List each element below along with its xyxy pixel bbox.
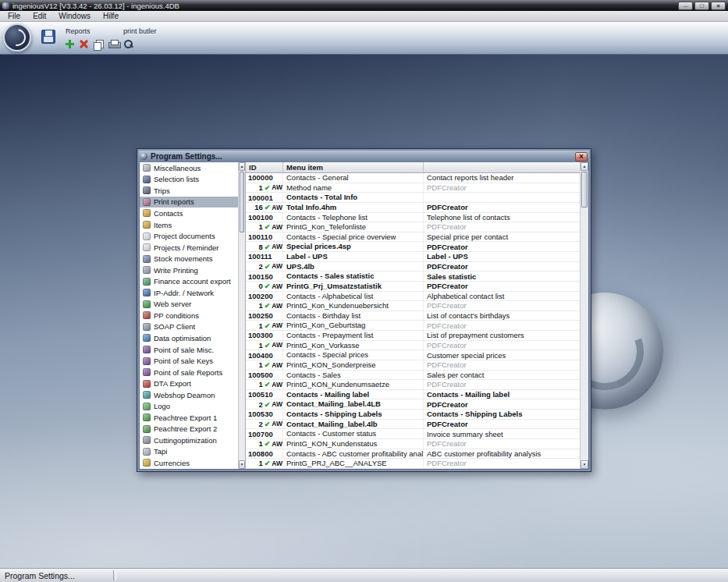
sidebar-item[interactable]: Peachtree Export 1 bbox=[140, 412, 238, 424]
table-row[interactable]: 1 AW Method name PDFCreator bbox=[246, 183, 580, 193]
image-icon bbox=[143, 403, 151, 410]
table-row[interactable]: 100510 Contacts - Mailing label Contacts… bbox=[246, 390, 580, 400]
table-row[interactable]: 100530 Contacts - Shipping Labels Contac… bbox=[246, 410, 580, 420]
scrollbar-track[interactable] bbox=[239, 171, 245, 460]
menu-item[interactable]: Edit bbox=[27, 11, 52, 21]
sidebar-item[interactable]: DTA Export bbox=[140, 378, 238, 389]
sidebar-item[interactable]: Miscellaneous bbox=[140, 162, 238, 174]
scroll-up-icon[interactable] bbox=[239, 162, 245, 171]
table-row[interactable]: 100200 Contacts - Alphabetical list Alph… bbox=[246, 292, 580, 302]
table-scrollbar[interactable] bbox=[580, 162, 588, 469]
document-icon bbox=[143, 232, 151, 240]
table-row[interactable]: 100500 Contacts - Sales Sales per contac… bbox=[246, 371, 580, 381]
table-row[interactable]: 100110 Contacts - Special price overview… bbox=[246, 232, 580, 243]
table-row[interactable]: 2 AW Contact_Mailing_label.4LB PDFCreato… bbox=[246, 399, 580, 410]
table-row[interactable]: 1 AW PrintG_Kon_Geburtstag PDFCreator bbox=[246, 321, 580, 331]
cell-id: 0 AW bbox=[246, 282, 283, 291]
table-row[interactable]: 100700 Contacts - Customer status Invoic… bbox=[246, 429, 580, 439]
sidebar-scrollbar[interactable] bbox=[238, 162, 245, 469]
close-button[interactable] bbox=[711, 2, 726, 10]
scroll-down-icon[interactable] bbox=[581, 460, 588, 469]
sidebar-item[interactable]: PP conditions bbox=[140, 310, 238, 321]
sidebar-item[interactable]: Items bbox=[140, 219, 238, 231]
scrollbar-track[interactable] bbox=[581, 171, 588, 460]
sidebar-item[interactable]: Webshop Deamon bbox=[140, 389, 238, 401]
menu-item[interactable]: File bbox=[2, 11, 27, 21]
table-row[interactable]: 2 AW Contact_Mailing_label.4lb PDFCreato… bbox=[246, 420, 580, 430]
check-icon bbox=[265, 183, 271, 192]
aw-flag: AW bbox=[272, 204, 282, 211]
sidebar-item[interactable]: Cuttingoptimization bbox=[140, 435, 238, 446]
sidebar-item[interactable]: SOAP Client bbox=[140, 321, 238, 333]
sidebar-item[interactable]: Project documents bbox=[140, 230, 238, 242]
copy-icon[interactable] bbox=[94, 40, 103, 49]
cell-id: 2 AW bbox=[246, 399, 283, 409]
table-row[interactable]: 100000 Contacts - General Contact report… bbox=[246, 173, 580, 183]
sidebar-item[interactable]: Tapi bbox=[140, 446, 238, 458]
delete-icon[interactable] bbox=[80, 40, 88, 48]
table-row[interactable]: 100100 Contacts - Telephone list Telepho… bbox=[246, 213, 580, 223]
header-description[interactable] bbox=[424, 162, 580, 172]
sidebar-item[interactable]: Point of sale Keys bbox=[140, 355, 238, 367]
sidebar-item[interactable]: Logo bbox=[140, 400, 238, 412]
table-row[interactable]: 1 AW PrintG_Kon_Kundenuebersicht PDFCrea… bbox=[246, 301, 580, 311]
table-row[interactable]: 0 AW PrintG_Prj_Umsatzstatistik PDFCreat… bbox=[246, 282, 580, 292]
print-icon[interactable] bbox=[108, 40, 119, 49]
header-menu-item[interactable]: Menu item bbox=[283, 162, 424, 172]
settings-sidebar: Miscellaneous Selection lists Trips Prin… bbox=[140, 162, 246, 469]
sidebar-item[interactable]: Currencies bbox=[140, 457, 238, 469]
table-row[interactable]: 1 AW PrintG_PRJ_ABC__ANALYSE PDFCreator bbox=[246, 459, 580, 469]
minimize-button[interactable] bbox=[678, 2, 693, 10]
sidebar-item[interactable]: Stock movements bbox=[140, 253, 238, 264]
sidebar-item[interactable]: Trips bbox=[140, 185, 238, 197]
table-row[interactable]: 100111 Label - UPS Label - UPS bbox=[246, 252, 580, 262]
scrollbar-thumb[interactable] bbox=[581, 172, 588, 208]
table-row[interactable]: 100800 Contacts - ABC customer profitabi… bbox=[246, 449, 580, 460]
sidebar-item[interactable]: Point of sale Misc. bbox=[140, 344, 238, 356]
sidebar-item[interactable]: Contacts bbox=[140, 208, 238, 219]
dialog-titlebar[interactable]: Program Settings... bbox=[139, 151, 589, 162]
dialog-close-button[interactable] bbox=[575, 152, 588, 161]
table-row[interactable]: 1 AW PrintG_KON_Sonderpreise PDFCreator bbox=[246, 360, 580, 371]
table-row[interactable]: 16 AW Total Info.4hm PDFCreator bbox=[246, 203, 580, 213]
table-row[interactable]: 100400 Contacts - Special prices Custome… bbox=[246, 350, 580, 360]
header-id[interactable]: ID bbox=[246, 162, 283, 172]
cell-id: 1 AW bbox=[246, 439, 283, 449]
menu-item[interactable]: Windows bbox=[52, 11, 97, 21]
sidebar-item[interactable]: IP-Addr. / Network bbox=[140, 287, 238, 299]
sidebar-item[interactable]: Data optimisation bbox=[140, 332, 238, 344]
sidebar-item[interactable]: Print reports bbox=[140, 197, 238, 208]
table-row[interactable]: 100150 Contacts - Sales statistic Sales … bbox=[246, 271, 580, 282]
table-row[interactable]: 1 AW PrintG_Kon_Telefonliste PDFCreator bbox=[246, 222, 580, 232]
sidebar-item-label: DTA Export bbox=[154, 379, 191, 388]
save-icon[interactable] bbox=[41, 30, 55, 44]
check-icon bbox=[265, 282, 271, 290]
cell-description: Customer special prices bbox=[424, 351, 580, 360]
maximize-button[interactable] bbox=[694, 2, 709, 10]
add-icon[interactable] bbox=[66, 40, 74, 48]
table-row[interactable]: 100001 Contacts - Total Info bbox=[246, 193, 580, 203]
sidebar-item[interactable]: Peachtree Export 2 bbox=[140, 424, 238, 435]
row-id: 100700 bbox=[248, 430, 273, 438]
sidebar-item[interactable]: Finance account export bbox=[140, 275, 238, 287]
table-row[interactable]: 100250 Contacts - Birthday list List of … bbox=[246, 311, 580, 321]
table-row[interactable]: 1 AW PrintG_KON_Kundenstatus PDFCreator bbox=[246, 439, 580, 449]
cell-menu-item: Contacts - Special prices bbox=[283, 350, 424, 360]
search-icon[interactable] bbox=[123, 39, 133, 49]
cell-description: List of prepayment customers bbox=[424, 331, 580, 339]
table-row[interactable]: 2 AW UPS.4lb PDFCreator bbox=[246, 262, 580, 272]
table-row[interactable]: 8 AW Special prices.4sp PDFCreator bbox=[246, 242, 580, 252]
menu-item[interactable]: Hilfe bbox=[97, 11, 125, 21]
sidebar-item[interactable]: Write Printing bbox=[140, 264, 238, 276]
sidebar-item[interactable]: Point of sale Reports bbox=[140, 367, 238, 378]
scrollbar-thumb[interactable] bbox=[240, 172, 244, 232]
scroll-up-icon[interactable] bbox=[581, 162, 588, 171]
table-row[interactable]: 1 AW PrintG_Kon_Vorkasse PDFCreator bbox=[246, 341, 580, 351]
sidebar-item[interactable]: Selection lists bbox=[140, 174, 238, 186]
sidebar-item[interactable]: Projects / Reminder bbox=[140, 242, 238, 254]
sidebar-item-label: Trips bbox=[154, 186, 170, 195]
sidebar-item[interactable]: Web server bbox=[140, 299, 238, 311]
table-row[interactable]: 1 AW PrintG_KON_Kundenumsaetze PDFCreato… bbox=[246, 380, 580, 390]
scroll-down-icon[interactable] bbox=[239, 460, 245, 469]
table-row[interactable]: 100300 Contacts - Prepayment list List o… bbox=[246, 331, 580, 341]
